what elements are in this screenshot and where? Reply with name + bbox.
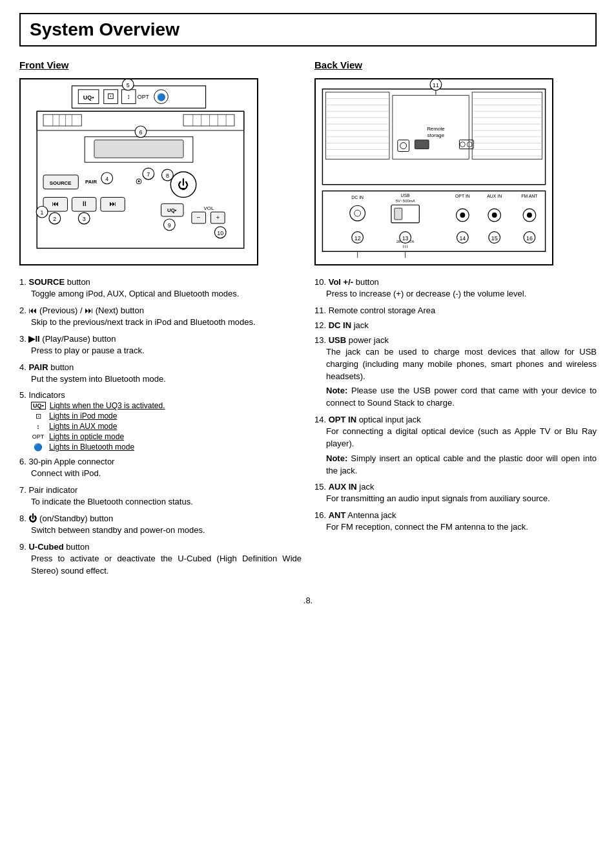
svg-text:USB: USB xyxy=(401,193,411,198)
svg-point-126 xyxy=(527,213,532,218)
svg-point-121 xyxy=(492,213,497,218)
svg-text:13: 13 xyxy=(402,235,409,242)
indicator-aux: ↕ Lights in AUX mode xyxy=(31,422,302,431)
svg-text:10: 10 xyxy=(217,230,223,236)
svg-rect-91 xyxy=(415,140,429,149)
front-view-diagram: UQ▪ ⊡ ↕ OPT 🔵 5 xyxy=(19,78,258,265)
svg-rect-89 xyxy=(398,140,409,152)
list-item: 12. DC IN jack xyxy=(314,320,597,330)
svg-text:8: 8 xyxy=(166,172,169,179)
svg-text:OPT: OPT xyxy=(138,94,150,100)
front-view-heading: Front View xyxy=(19,59,302,70)
svg-text:1: 1 xyxy=(41,209,44,216)
list-item: 13. USB power jack The jack can be used … xyxy=(314,335,597,410)
svg-text:11: 11 xyxy=(433,82,439,88)
indicators-list: UQ▪ Lights when the UQ3 is activated. ⊡ … xyxy=(19,401,302,452)
svg-rect-19 xyxy=(183,114,234,126)
svg-text:PAIR: PAIR xyxy=(85,179,98,185)
svg-text:storage: storage xyxy=(427,132,445,138)
back-view-heading: Back View xyxy=(314,59,597,70)
list-item-indicators: 5. Indicators UQ▪ Lights when the UQ3 is… xyxy=(19,390,302,452)
svg-point-102 xyxy=(350,205,365,221)
svg-rect-77 xyxy=(472,92,542,160)
svg-text:3: 3 xyxy=(83,216,86,222)
svg-point-94 xyxy=(467,142,472,147)
svg-point-90 xyxy=(400,143,407,149)
svg-rect-14 xyxy=(43,114,81,126)
right-desc-list: 10. Vol +/- button Press to increase (+)… xyxy=(314,277,597,534)
list-item: 11. Remote control storage Area xyxy=(314,306,597,315)
svg-text:+: + xyxy=(216,214,220,221)
page-number: .8. xyxy=(19,596,597,605)
indicator-opt: OPT Lights in opticle mode xyxy=(31,432,302,441)
svg-text:7: 7 xyxy=(147,171,150,178)
svg-text:🔵: 🔵 xyxy=(157,92,166,101)
svg-text:⏻: ⏻ xyxy=(178,178,189,191)
list-item: 15. AUX IN jack For transmitting an audi… xyxy=(314,482,597,505)
list-item: 10. Vol +/- button Press to increase (+)… xyxy=(314,277,597,300)
list-item: 8. ⏻ (on/Standby) button Switch between … xyxy=(19,514,302,537)
left-desc-list: 1. SOURCE button Toggle among iPod, AUX,… xyxy=(19,277,302,577)
svg-text:−: − xyxy=(197,214,201,221)
svg-text:⏸: ⏸ xyxy=(81,200,88,207)
list-item: 1. SOURCE button Toggle among iPod, AUX,… xyxy=(19,277,302,300)
svg-text:4: 4 xyxy=(105,176,108,182)
list-item: 3. ▶II (Play/Pause) button Press to play… xyxy=(19,334,302,357)
svg-text:AUX IN: AUX IN xyxy=(487,194,502,198)
svg-rect-26 xyxy=(94,140,183,158)
svg-text:⏭: ⏭ xyxy=(109,200,116,207)
svg-text:FM ANT: FM ANT xyxy=(521,194,538,198)
svg-text:14: 14 xyxy=(459,235,466,242)
svg-text:6: 6 xyxy=(139,129,142,136)
left-column: Front View UQ▪ ⊡ ↕ OPT 🔵 xyxy=(19,59,302,583)
svg-text:2: 2 xyxy=(53,216,56,222)
list-item: 7. Pair indicator To indicate the Blueto… xyxy=(19,485,302,508)
svg-text:12: 12 xyxy=(354,235,361,242)
svg-text:⊡: ⊡ xyxy=(107,91,114,101)
list-item: 6. 30-pin Apple connector Connect with i… xyxy=(19,457,302,480)
svg-text:15: 15 xyxy=(491,235,498,242)
svg-text:5V⎓500mA: 5V⎓500mA xyxy=(396,199,415,203)
indicator-bluetooth: 🔵 Lights in Bluetooth mode xyxy=(31,442,302,452)
svg-text:OPT IN: OPT IN xyxy=(455,194,470,198)
right-column: Back View xyxy=(314,59,597,583)
svg-point-103 xyxy=(354,210,361,216)
list-item: 16. ANT Antenna jack For FM reception, c… xyxy=(314,510,597,534)
svg-text:UQ▪: UQ▪ xyxy=(83,94,94,101)
svg-text:UQ▪: UQ▪ xyxy=(167,207,177,213)
svg-text:16: 16 xyxy=(526,235,533,242)
svg-rect-92 xyxy=(459,140,473,149)
svg-text:SOURCE: SOURCE xyxy=(50,180,72,186)
list-item: 9. U-Cubed button Press to activate or d… xyxy=(19,542,302,577)
svg-rect-109 xyxy=(395,208,402,220)
svg-text:⌇⌇⌇: ⌇⌇⌇ xyxy=(402,245,408,249)
svg-point-47 xyxy=(138,180,140,182)
svg-rect-66 xyxy=(325,92,389,160)
svg-text:9: 9 xyxy=(168,222,171,229)
list-item: 2. ⏮ (Previous) / ⏭ (Next) button Skip t… xyxy=(19,306,302,329)
back-view-diagram: 11 Remote storage DC IN 12 USB 5V⎓500mA … xyxy=(314,78,553,265)
page-title: System Overview xyxy=(19,13,597,47)
svg-text:⏮: ⏮ xyxy=(52,200,59,207)
svg-text:Remote: Remote xyxy=(427,126,445,132)
list-item: 4. PAIR button Put the system into Bluet… xyxy=(19,362,302,386)
indicator-uq3: UQ▪ Lights when the UQ3 is activated. xyxy=(31,401,302,410)
list-item: 14. OPT IN optical input jack For connec… xyxy=(314,415,597,477)
svg-text:5: 5 xyxy=(127,82,130,88)
svg-text:↕: ↕ xyxy=(127,92,130,100)
svg-point-93 xyxy=(460,142,465,147)
svg-text:DC IN: DC IN xyxy=(351,195,364,200)
svg-point-116 xyxy=(460,213,465,218)
svg-text:VOL: VOL xyxy=(204,205,214,211)
indicator-ipod: ⊡ Lights in iPod mode xyxy=(31,411,302,421)
